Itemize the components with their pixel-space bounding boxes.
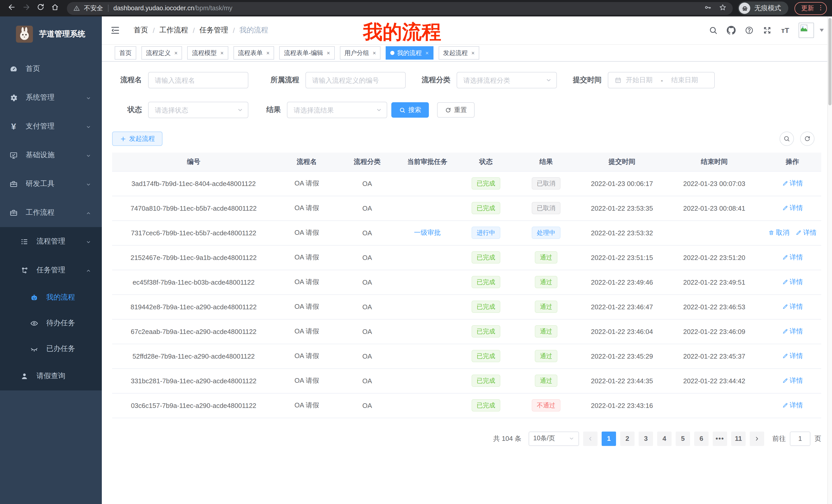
status-badge: 已完成 [471, 374, 500, 387]
cancel-action-link[interactable]: 取消 [768, 228, 789, 237]
page-size-select[interactable]: 10条/页 [529, 431, 579, 446]
sidebar-item-done-tasks[interactable]: 已办任务 [0, 336, 102, 362]
page-button-2[interactable]: 2 [620, 431, 634, 446]
sidebar-item-devtools[interactable]: 研发工具 [0, 170, 102, 198]
sidebar-item-leave-query[interactable]: 请假查询 [0, 362, 102, 390]
start-process-button[interactable]: 发起流程 [112, 132, 162, 146]
page-button-4[interactable]: 4 [657, 431, 672, 446]
browser-reload-button[interactable] [34, 2, 47, 15]
process-name-input[interactable] [155, 76, 242, 84]
sidebar-item-system[interactable]: 系统管理 [0, 83, 102, 112]
submit-time-range-picker[interactable]: 开始日期 - 结束日期 [608, 72, 715, 88]
page-button-3[interactable]: 3 [639, 431, 653, 446]
browser-menu-dots-icon[interactable] [817, 4, 824, 12]
tab-process-form[interactable]: 流程表单× [233, 46, 274, 60]
current-task-link[interactable]: 一级审批 [414, 229, 441, 236]
tab-start-process[interactable]: 发起流程× [438, 46, 479, 60]
close-icon[interactable]: × [174, 50, 178, 56]
sidebar-item-workflow[interactable]: 工作流程 [0, 198, 102, 227]
tab-user-group[interactable]: 用户分组× [340, 46, 381, 60]
cell-end-time: 2022-01-22 23:46:53 [665, 295, 763, 319]
browser-update-button[interactable]: 更新 [795, 2, 827, 15]
next-page-button[interactable] [750, 431, 764, 446]
detail-action-link[interactable]: 详情 [782, 352, 803, 361]
detail-action-link[interactable]: 详情 [782, 277, 803, 287]
result-badge: 通过 [535, 374, 557, 387]
prev-page-button[interactable] [583, 431, 598, 446]
toggle-search-button[interactable] [780, 132, 794, 146]
github-icon[interactable] [727, 26, 736, 35]
process-category-select[interactable] [457, 72, 557, 88]
detail-action-link[interactable]: 详情 [782, 401, 803, 410]
result-select-input[interactable] [294, 106, 381, 114]
sidebar-item-label: 首页 [26, 64, 40, 74]
goto-page-input[interactable] [790, 431, 810, 446]
key-icon[interactable] [704, 4, 712, 13]
detail-action-link[interactable]: 详情 [782, 203, 803, 213]
tab-my-process[interactable]: 我的流程× [386, 46, 433, 60]
process-definition-input[interactable] [312, 76, 399, 84]
detail-action-link[interactable]: 详情 [782, 376, 803, 385]
breadcrumb-item[interactable]: 工作流程 [159, 26, 188, 35]
address-bar[interactable]: 不安全 dashboard.yudao.iocoder.cn /bpm/task… [67, 2, 733, 15]
cell-end-time: 2022-01-22 23:51:20 [665, 245, 763, 270]
close-icon[interactable]: × [471, 50, 475, 56]
detail-action-link[interactable]: 详情 [782, 327, 803, 336]
close-icon[interactable]: × [266, 50, 270, 56]
detail-action-link[interactable]: 详情 [782, 302, 803, 311]
page-button-5[interactable]: 5 [676, 431, 690, 446]
tab-process-definition[interactable]: 流程定义× [141, 46, 182, 60]
page-scrollbar[interactable] [827, 17, 832, 504]
close-icon[interactable]: × [373, 50, 376, 56]
page-button-1[interactable]: 1 [602, 431, 616, 446]
cell-result: 处理中 [513, 220, 579, 245]
cell-id: 52ffd28e-7b9a-11ec-a290-acde48001122 [112, 344, 275, 368]
refresh-table-button[interactable] [800, 132, 814, 146]
breadcrumb-item[interactable]: 首页 [134, 26, 148, 35]
detail-action-link[interactable]: 详情 [782, 179, 803, 188]
security-label[interactable]: 不安全 [84, 4, 103, 12]
close-icon[interactable]: × [220, 50, 224, 56]
browser-home-button[interactable] [48, 2, 62, 15]
sidebar-item-label: 支付管理 [26, 122, 54, 131]
search-icon[interactable] [709, 26, 718, 35]
tab-process-model[interactable]: 流程模型× [187, 46, 228, 60]
result-select[interactable] [287, 102, 387, 118]
status-select-input[interactable] [155, 106, 242, 114]
sidebar-item-todo-tasks[interactable]: 待办任务 [0, 310, 102, 336]
breadcrumb-item[interactable]: 任务管理 [200, 26, 228, 35]
page-button-11[interactable]: 11 [731, 431, 746, 446]
scrollbar-thumb[interactable] [828, 18, 831, 105]
more-pages-button[interactable]: ••• [713, 431, 727, 446]
help-icon[interactable] [745, 26, 754, 35]
cell-current-task [396, 295, 459, 319]
page-button-6[interactable]: 6 [694, 431, 709, 446]
browser-back-button[interactable] [5, 2, 19, 15]
close-icon[interactable]: × [327, 50, 330, 56]
detail-action-link[interactable]: 详情 [796, 228, 816, 237]
sidebar-item-my-process[interactable]: 我的流程 [0, 285, 102, 310]
sidebar-item-label: 我的流程 [46, 293, 75, 302]
cell-category: OA [338, 295, 396, 319]
font-size-icon[interactable]: тT [781, 26, 790, 35]
reset-button[interactable]: 重置 [437, 102, 475, 118]
sidebar-item-infra[interactable]: 基础设施 [0, 141, 102, 170]
avatar-caret-icon[interactable] [820, 29, 824, 32]
sidebar-item-payment[interactable]: ¥支付管理 [0, 112, 102, 141]
status-select[interactable] [148, 102, 249, 118]
fullscreen-icon[interactable] [762, 26, 772, 35]
search-button[interactable]: 搜索 [391, 102, 429, 118]
detail-action-link[interactable]: 详情 [782, 253, 803, 262]
sidebar-collapse-button[interactable] [110, 25, 120, 35]
app-logo-row: 芋道管理系统 [0, 17, 102, 45]
sidebar-item-process-mgmt[interactable]: 流程管理 [0, 227, 102, 256]
sidebar-item-home[interactable]: 首页 [0, 54, 102, 83]
browser-forward-button[interactable] [20, 2, 33, 15]
process-category-select-input[interactable] [463, 76, 550, 84]
close-icon[interactable]: × [425, 50, 428, 56]
avatar[interactable] [799, 23, 814, 38]
sidebar-item-task-mgmt[interactable]: 任务管理 [0, 256, 102, 285]
bookmark-star-icon[interactable] [719, 4, 727, 13]
tab-process-form-edit[interactable]: 流程表单-编辑× [280, 46, 335, 60]
tab-home[interactable]: 首页 [115, 46, 136, 60]
